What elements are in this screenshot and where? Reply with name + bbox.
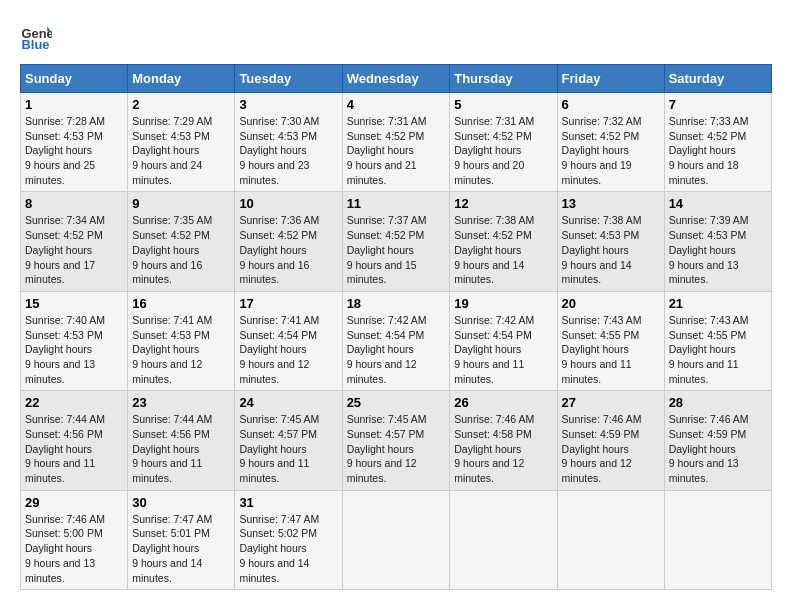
calendar-cell: 30 Sunrise: 7:47 AMSunset: 5:01 PMDaylig… xyxy=(128,490,235,589)
calendar-table: SundayMondayTuesdayWednesdayThursdayFrid… xyxy=(20,64,772,590)
col-header-monday: Monday xyxy=(128,65,235,93)
calendar-cell: 6 Sunrise: 7:32 AMSunset: 4:52 PMDayligh… xyxy=(557,93,664,192)
calendar-cell: 19 Sunrise: 7:42 AMSunset: 4:54 PMDaylig… xyxy=(450,291,557,390)
day-number: 7 xyxy=(669,97,767,112)
calendar-cell: 8 Sunrise: 7:34 AMSunset: 4:52 PMDayligh… xyxy=(21,192,128,291)
day-number: 25 xyxy=(347,395,446,410)
day-info: Sunrise: 7:45 AMSunset: 4:57 PMDaylight … xyxy=(347,413,427,484)
day-number: 14 xyxy=(669,196,767,211)
day-number: 10 xyxy=(239,196,337,211)
day-info: Sunrise: 7:31 AMSunset: 4:52 PMDaylight … xyxy=(347,115,427,186)
day-number: 29 xyxy=(25,495,123,510)
day-info: Sunrise: 7:46 AMSunset: 5:00 PMDaylight … xyxy=(25,513,105,584)
day-info: Sunrise: 7:41 AMSunset: 4:53 PMDaylight … xyxy=(132,314,212,385)
day-info: Sunrise: 7:41 AMSunset: 4:54 PMDaylight … xyxy=(239,314,319,385)
calendar-cell: 4 Sunrise: 7:31 AMSunset: 4:52 PMDayligh… xyxy=(342,93,450,192)
calendar-cell: 14 Sunrise: 7:39 AMSunset: 4:53 PMDaylig… xyxy=(664,192,771,291)
calendar-cell xyxy=(557,490,664,589)
calendar-week-5: 29 Sunrise: 7:46 AMSunset: 5:00 PMDaylig… xyxy=(21,490,772,589)
day-info: Sunrise: 7:46 AMSunset: 4:59 PMDaylight … xyxy=(562,413,642,484)
calendar-cell: 9 Sunrise: 7:35 AMSunset: 4:52 PMDayligh… xyxy=(128,192,235,291)
day-info: Sunrise: 7:31 AMSunset: 4:52 PMDaylight … xyxy=(454,115,534,186)
day-info: Sunrise: 7:42 AMSunset: 4:54 PMDaylight … xyxy=(454,314,534,385)
day-number: 21 xyxy=(669,296,767,311)
day-info: Sunrise: 7:43 AMSunset: 4:55 PMDaylight … xyxy=(669,314,749,385)
day-number: 6 xyxy=(562,97,660,112)
calendar-cell: 31 Sunrise: 7:47 AMSunset: 5:02 PMDaylig… xyxy=(235,490,342,589)
day-info: Sunrise: 7:47 AMSunset: 5:02 PMDaylight … xyxy=(239,513,319,584)
calendar-cell: 12 Sunrise: 7:38 AMSunset: 4:52 PMDaylig… xyxy=(450,192,557,291)
calendar-cell xyxy=(342,490,450,589)
calendar-cell: 28 Sunrise: 7:46 AMSunset: 4:59 PMDaylig… xyxy=(664,391,771,490)
calendar-cell: 18 Sunrise: 7:42 AMSunset: 4:54 PMDaylig… xyxy=(342,291,450,390)
day-info: Sunrise: 7:39 AMSunset: 4:53 PMDaylight … xyxy=(669,214,749,285)
day-info: Sunrise: 7:34 AMSunset: 4:52 PMDaylight … xyxy=(25,214,105,285)
day-number: 28 xyxy=(669,395,767,410)
day-info: Sunrise: 7:33 AMSunset: 4:52 PMDaylight … xyxy=(669,115,749,186)
day-info: Sunrise: 7:35 AMSunset: 4:52 PMDaylight … xyxy=(132,214,212,285)
page-header: General Blue xyxy=(20,20,772,52)
calendar-cell: 7 Sunrise: 7:33 AMSunset: 4:52 PMDayligh… xyxy=(664,93,771,192)
day-number: 11 xyxy=(347,196,446,211)
col-header-friday: Friday xyxy=(557,65,664,93)
calendar-cell: 10 Sunrise: 7:36 AMSunset: 4:52 PMDaylig… xyxy=(235,192,342,291)
calendar-cell: 22 Sunrise: 7:44 AMSunset: 4:56 PMDaylig… xyxy=(21,391,128,490)
day-info: Sunrise: 7:46 AMSunset: 4:58 PMDaylight … xyxy=(454,413,534,484)
col-header-tuesday: Tuesday xyxy=(235,65,342,93)
calendar-cell: 16 Sunrise: 7:41 AMSunset: 4:53 PMDaylig… xyxy=(128,291,235,390)
logo: General Blue xyxy=(20,20,56,52)
calendar-cell xyxy=(664,490,771,589)
calendar-cell: 13 Sunrise: 7:38 AMSunset: 4:53 PMDaylig… xyxy=(557,192,664,291)
calendar-week-4: 22 Sunrise: 7:44 AMSunset: 4:56 PMDaylig… xyxy=(21,391,772,490)
day-info: Sunrise: 7:28 AMSunset: 4:53 PMDaylight … xyxy=(25,115,105,186)
col-header-saturday: Saturday xyxy=(664,65,771,93)
calendar-cell: 3 Sunrise: 7:30 AMSunset: 4:53 PMDayligh… xyxy=(235,93,342,192)
day-info: Sunrise: 7:47 AMSunset: 5:01 PMDaylight … xyxy=(132,513,212,584)
day-number: 26 xyxy=(454,395,552,410)
day-number: 12 xyxy=(454,196,552,211)
day-info: Sunrise: 7:42 AMSunset: 4:54 PMDaylight … xyxy=(347,314,427,385)
day-info: Sunrise: 7:44 AMSunset: 4:56 PMDaylight … xyxy=(132,413,212,484)
calendar-week-1: 1 Sunrise: 7:28 AMSunset: 4:53 PMDayligh… xyxy=(21,93,772,192)
col-header-wednesday: Wednesday xyxy=(342,65,450,93)
col-header-sunday: Sunday xyxy=(21,65,128,93)
day-number: 31 xyxy=(239,495,337,510)
calendar-week-2: 8 Sunrise: 7:34 AMSunset: 4:52 PMDayligh… xyxy=(21,192,772,291)
day-info: Sunrise: 7:32 AMSunset: 4:52 PMDaylight … xyxy=(562,115,642,186)
calendar-cell xyxy=(450,490,557,589)
calendar-cell: 20 Sunrise: 7:43 AMSunset: 4:55 PMDaylig… xyxy=(557,291,664,390)
day-number: 3 xyxy=(239,97,337,112)
day-info: Sunrise: 7:44 AMSunset: 4:56 PMDaylight … xyxy=(25,413,105,484)
day-number: 8 xyxy=(25,196,123,211)
day-number: 15 xyxy=(25,296,123,311)
svg-text:Blue: Blue xyxy=(22,37,50,52)
day-number: 9 xyxy=(132,196,230,211)
day-number: 24 xyxy=(239,395,337,410)
calendar-week-3: 15 Sunrise: 7:40 AMSunset: 4:53 PMDaylig… xyxy=(21,291,772,390)
day-info: Sunrise: 7:46 AMSunset: 4:59 PMDaylight … xyxy=(669,413,749,484)
day-number: 20 xyxy=(562,296,660,311)
calendar-cell: 23 Sunrise: 7:44 AMSunset: 4:56 PMDaylig… xyxy=(128,391,235,490)
calendar-cell: 24 Sunrise: 7:45 AMSunset: 4:57 PMDaylig… xyxy=(235,391,342,490)
day-number: 17 xyxy=(239,296,337,311)
calendar-cell: 27 Sunrise: 7:46 AMSunset: 4:59 PMDaylig… xyxy=(557,391,664,490)
day-info: Sunrise: 7:45 AMSunset: 4:57 PMDaylight … xyxy=(239,413,319,484)
day-number: 27 xyxy=(562,395,660,410)
calendar-cell: 25 Sunrise: 7:45 AMSunset: 4:57 PMDaylig… xyxy=(342,391,450,490)
calendar-cell: 1 Sunrise: 7:28 AMSunset: 4:53 PMDayligh… xyxy=(21,93,128,192)
day-number: 2 xyxy=(132,97,230,112)
calendar-cell: 21 Sunrise: 7:43 AMSunset: 4:55 PMDaylig… xyxy=(664,291,771,390)
calendar-cell: 15 Sunrise: 7:40 AMSunset: 4:53 PMDaylig… xyxy=(21,291,128,390)
day-number: 23 xyxy=(132,395,230,410)
day-number: 5 xyxy=(454,97,552,112)
logo-icon: General Blue xyxy=(20,20,52,52)
day-info: Sunrise: 7:36 AMSunset: 4:52 PMDaylight … xyxy=(239,214,319,285)
day-number: 1 xyxy=(25,97,123,112)
day-number: 22 xyxy=(25,395,123,410)
calendar-cell: 2 Sunrise: 7:29 AMSunset: 4:53 PMDayligh… xyxy=(128,93,235,192)
calendar-cell: 26 Sunrise: 7:46 AMSunset: 4:58 PMDaylig… xyxy=(450,391,557,490)
day-info: Sunrise: 7:38 AMSunset: 4:53 PMDaylight … xyxy=(562,214,642,285)
day-info: Sunrise: 7:43 AMSunset: 4:55 PMDaylight … xyxy=(562,314,642,385)
day-info: Sunrise: 7:38 AMSunset: 4:52 PMDaylight … xyxy=(454,214,534,285)
day-number: 4 xyxy=(347,97,446,112)
